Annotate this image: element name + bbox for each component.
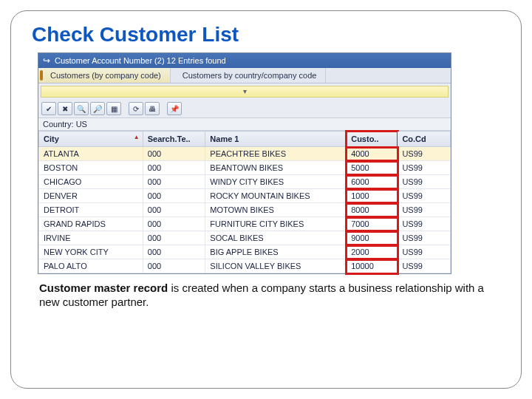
cell-city: CHICAGO xyxy=(39,175,143,189)
cell-cocd: US99 xyxy=(398,231,451,245)
caption-bold: Customer master record xyxy=(39,282,168,294)
cell-customer: 9000 xyxy=(347,231,398,245)
sap-titlebar: ↪ Customer Account Number (2) 12 Entries… xyxy=(38,53,451,68)
country-label: Country: US xyxy=(43,120,87,129)
cell-cocd: US99 xyxy=(398,259,451,273)
table-row[interactable]: BOSTON000BEANTOWN BIKES5000US99 xyxy=(39,161,451,175)
cell-customer: 4000 xyxy=(347,147,398,161)
slide-title: Check Customer List xyxy=(32,23,500,47)
cell-cocd: US99 xyxy=(398,175,451,189)
country-filter: Country: US xyxy=(38,118,451,131)
cell-city: NEW YORK CITY xyxy=(39,245,143,259)
cell-city: DENVER xyxy=(39,189,143,203)
cell-city: IRVINE xyxy=(39,231,143,245)
cell-name: SOCAL BIKES xyxy=(205,231,347,245)
tab-label: Customers (by company code) xyxy=(50,71,161,80)
cell-search: 000 xyxy=(143,231,205,245)
cell-search: 000 xyxy=(143,147,205,161)
col-header-search[interactable]: Search.Te.. xyxy=(143,132,205,147)
toolbar-separator xyxy=(161,102,166,115)
col-label: Search.Te.. xyxy=(148,134,191,143)
cell-city: DETROIT xyxy=(39,203,143,217)
cell-name: FURNITURE CITY BIKES xyxy=(205,217,347,231)
grid-icon: ▦ xyxy=(111,105,117,113)
cell-city: BOSTON xyxy=(39,161,143,175)
table-row[interactable]: CHICAGO000WINDY CITY BIKES6000US99 xyxy=(39,175,451,189)
table-row[interactable]: IRVINE000SOCAL BIKES9000US99 xyxy=(39,231,451,245)
cell-name: ROCKY MOUNTAIN BIKES xyxy=(205,189,347,203)
search-icon: 🔍 xyxy=(77,105,86,113)
cell-name: BIG APPLE BIKES xyxy=(205,245,347,259)
filter-bar[interactable]: ▾ xyxy=(41,86,449,98)
col-header-cocd[interactable]: Co.Cd xyxy=(398,132,451,147)
tab-label: Customers by country/company code xyxy=(183,71,317,80)
cell-cocd: US99 xyxy=(398,189,451,203)
close-icon: ✖ xyxy=(62,105,68,113)
slide-frame: Check Customer List ↪ Customer Account N… xyxy=(10,10,522,389)
back-icon[interactable]: ↪ xyxy=(43,55,50,66)
cell-customer: 7000 xyxy=(347,217,398,231)
cell-search: 000 xyxy=(143,161,205,175)
toolbar: ✔ ✖ 🔍 🔎 ▦ ⟳ 🖶 📌 xyxy=(38,100,451,118)
tab-customers-country[interactable]: Customers by country/company code xyxy=(171,68,327,83)
cell-city: GRAND RAPIDS xyxy=(39,217,143,231)
cell-cocd: US99 xyxy=(398,203,451,217)
cell-name: MOTOWN BIKES xyxy=(205,203,347,217)
tb-cancel-button[interactable]: ✖ xyxy=(58,102,72,115)
tb-find-button[interactable]: 🔍 xyxy=(74,102,89,115)
col-label: Custo.. xyxy=(351,134,378,143)
refresh-icon: ⟳ xyxy=(133,105,139,113)
cell-search: 000 xyxy=(143,217,205,231)
print-icon: 🖶 xyxy=(149,105,156,113)
tb-refresh-button[interactable]: ⟳ xyxy=(129,102,143,115)
tb-layout-button[interactable]: ▦ xyxy=(106,102,121,115)
search-plus-icon: 🔎 xyxy=(93,105,102,113)
cell-name: SILICON VALLEY BIKES xyxy=(205,259,347,273)
cell-customer: 10000 xyxy=(347,259,398,273)
cell-customer: 5000 xyxy=(347,161,398,175)
cell-customer: 1000 xyxy=(347,189,398,203)
col-header-customer[interactable]: Custo.. xyxy=(347,132,398,147)
tabs-row: Customers (by company code) Customers by… xyxy=(38,68,451,83)
col-label: Co.Cd xyxy=(402,134,426,143)
cell-search: 000 xyxy=(143,189,205,203)
cell-customer: 2000 xyxy=(347,245,398,259)
table-header-row: City ▲ Search.Te.. Name 1 Custo.. Co.Cd xyxy=(39,132,451,147)
col-label: City xyxy=(44,134,59,143)
cell-name: PEACHTREE BIKES xyxy=(205,147,347,161)
tb-confirm-button[interactable]: ✔ xyxy=(41,102,56,115)
cell-customer: 8000 xyxy=(347,203,398,217)
table-row[interactable]: PALO ALTO000SILICON VALLEY BIKES10000US9… xyxy=(39,259,451,273)
cell-search: 000 xyxy=(143,175,205,189)
cell-search: 000 xyxy=(143,259,205,273)
cell-name: BEANTOWN BIKES xyxy=(205,161,347,175)
cell-city: ATLANTA xyxy=(39,147,143,161)
tb-findnext-button[interactable]: 🔎 xyxy=(90,102,105,115)
tb-pin-button[interactable]: 📌 xyxy=(167,102,182,115)
cell-name: WINDY CITY BIKES xyxy=(205,175,347,189)
sap-window: ↪ Customer Account Number (2) 12 Entries… xyxy=(38,52,451,274)
table-row[interactable]: NEW YORK CITY000BIG APPLE BIKES2000US99 xyxy=(39,245,451,259)
cell-cocd: US99 xyxy=(398,147,451,161)
col-header-name[interactable]: Name 1 xyxy=(205,132,347,147)
pin-icon: 📌 xyxy=(170,105,179,113)
table-row[interactable]: DETROIT000MOTOWN BIKES8000US99 xyxy=(39,203,451,217)
cell-cocd: US99 xyxy=(398,245,451,259)
table-row[interactable]: DENVER000ROCKY MOUNTAIN BIKES1000US99 xyxy=(39,189,451,203)
tab-customers-company-code[interactable]: Customers (by company code) xyxy=(38,68,171,83)
col-label: Name 1 xyxy=(210,134,239,143)
results-table: City ▲ Search.Te.. Name 1 Custo.. Co.Cd … xyxy=(38,131,451,273)
cell-cocd: US99 xyxy=(398,217,451,231)
table-row[interactable]: GRAND RAPIDS000FURNITURE CITY BIKES7000U… xyxy=(39,217,451,231)
dropdown-icon: ▾ xyxy=(243,87,247,95)
cell-city: PALO ALTO xyxy=(39,259,143,273)
sort-asc-icon: ▲ xyxy=(134,134,140,140)
cell-customer: 6000 xyxy=(347,175,398,189)
cell-search: 000 xyxy=(143,203,205,217)
tb-print-button[interactable]: 🖶 xyxy=(145,102,160,115)
col-header-city[interactable]: City ▲ xyxy=(39,132,143,147)
cell-cocd: US99 xyxy=(398,161,451,175)
cell-search: 000 xyxy=(143,245,205,259)
table-row[interactable]: ATLANTA000PEACHTREE BIKES4000US99 xyxy=(39,147,451,161)
check-icon: ✔ xyxy=(46,105,52,113)
